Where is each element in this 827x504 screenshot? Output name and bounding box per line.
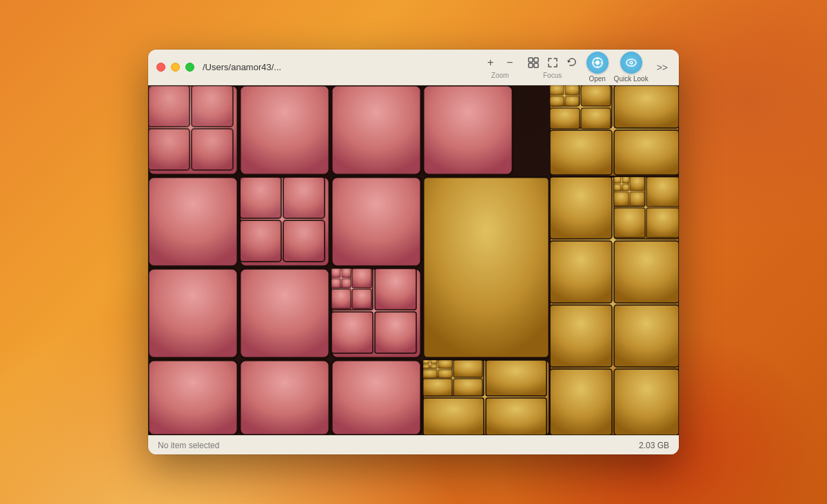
statusbar: No item selected 2.03 GB xyxy=(148,435,679,454)
open-icon xyxy=(586,52,609,74)
svg-rect-88 xyxy=(646,177,679,207)
finder-window: /Users/anamor43/... + − Zoom xyxy=(148,50,679,454)
svg-rect-86 xyxy=(342,279,351,288)
open-label: Open xyxy=(589,75,605,83)
svg-rect-39 xyxy=(614,130,679,175)
traffic-lights xyxy=(156,63,194,72)
svg-rect-22 xyxy=(240,360,329,435)
svg-rect-52 xyxy=(550,241,612,303)
toolbar: + − Zoom xyxy=(479,52,671,83)
content-area xyxy=(148,85,679,435)
svg-rect-95 xyxy=(614,177,621,183)
svg-rect-81 xyxy=(331,289,351,308)
svg-rect-68 xyxy=(438,360,452,368)
svg-point-5 xyxy=(595,61,600,65)
svg-rect-1 xyxy=(534,58,538,62)
fractal-visualization xyxy=(148,85,679,435)
svg-rect-73 xyxy=(423,365,429,368)
svg-rect-76 xyxy=(375,269,416,310)
svg-rect-71 xyxy=(423,360,429,364)
svg-rect-65 xyxy=(423,379,452,396)
svg-rect-45 xyxy=(565,85,579,95)
svg-rect-18 xyxy=(240,269,329,358)
svg-rect-64 xyxy=(453,360,482,377)
svg-rect-94 xyxy=(630,192,644,206)
svg-rect-97 xyxy=(614,185,621,191)
focus-label: Focus xyxy=(543,72,562,79)
svg-rect-78 xyxy=(375,312,416,353)
svg-rect-17 xyxy=(148,269,238,358)
quicklook-button[interactable]: Quick Look xyxy=(614,52,649,83)
svg-rect-89 xyxy=(614,208,645,238)
svg-rect-96 xyxy=(622,177,629,183)
svg-rect-98 xyxy=(622,185,629,191)
expand-button[interactable] xyxy=(545,55,560,70)
svg-rect-30 xyxy=(283,177,325,218)
close-button[interactable] xyxy=(156,63,165,72)
svg-rect-61 xyxy=(423,398,484,435)
quicklook-icon xyxy=(620,52,642,74)
svg-rect-41 xyxy=(581,85,611,106)
zoom-out-button[interactable]: − xyxy=(502,55,518,70)
svg-rect-21 xyxy=(148,360,238,435)
svg-rect-82 xyxy=(352,289,371,308)
svg-rect-66 xyxy=(453,379,482,396)
svg-rect-23 xyxy=(331,360,421,435)
open-button[interactable]: Open xyxy=(586,52,609,83)
svg-rect-3 xyxy=(534,63,538,67)
svg-rect-13 xyxy=(423,85,513,175)
svg-rect-74 xyxy=(431,365,437,368)
svg-rect-60 xyxy=(486,360,547,396)
svg-rect-56 xyxy=(550,369,612,435)
svg-rect-54 xyxy=(550,305,612,367)
svg-rect-53 xyxy=(614,241,679,303)
titlebar: /Users/anamor43/... + − Zoom xyxy=(148,50,679,85)
svg-rect-29 xyxy=(240,177,281,218)
svg-rect-27 xyxy=(148,129,190,170)
svg-rect-11 xyxy=(240,85,329,175)
svg-rect-26 xyxy=(192,85,233,127)
minimize-button[interactable] xyxy=(171,63,180,72)
undo-button[interactable] xyxy=(564,55,580,70)
svg-rect-72 xyxy=(431,360,437,364)
svg-rect-31 xyxy=(240,220,281,262)
svg-rect-12 xyxy=(331,85,421,175)
svg-rect-55 xyxy=(614,305,679,367)
svg-rect-43 xyxy=(581,108,611,129)
svg-rect-85 xyxy=(331,279,340,288)
svg-rect-70 xyxy=(438,370,452,378)
svg-rect-57 xyxy=(614,369,679,435)
zoom-group: + − Zoom xyxy=(483,55,518,79)
svg-rect-38 xyxy=(550,130,612,175)
grid-button[interactable] xyxy=(526,55,541,70)
svg-rect-25 xyxy=(148,85,190,127)
svg-rect-84 xyxy=(342,269,351,277)
quicklook-label: Quick Look xyxy=(614,75,649,83)
svg-rect-16 xyxy=(331,177,421,266)
more-button[interactable]: >> xyxy=(654,59,671,76)
svg-rect-48 xyxy=(423,177,549,358)
svg-rect-46 xyxy=(550,96,564,106)
svg-rect-50 xyxy=(550,177,612,239)
zoom-in-button[interactable]: + xyxy=(483,55,498,70)
path-label: /Users/anamor43/... xyxy=(203,62,281,72)
maximize-button[interactable] xyxy=(185,63,194,72)
svg-point-8 xyxy=(631,62,632,63)
focus-group: Focus xyxy=(526,55,580,79)
svg-rect-2 xyxy=(529,63,533,67)
zoom-icons: + − xyxy=(483,55,518,70)
svg-rect-28 xyxy=(192,129,233,170)
svg-rect-62 xyxy=(486,398,547,435)
storage-size: 2.03 GB xyxy=(639,441,669,450)
svg-rect-83 xyxy=(331,269,340,277)
svg-rect-93 xyxy=(614,192,629,206)
zoom-label: Zoom xyxy=(491,72,509,79)
svg-rect-37 xyxy=(614,85,679,128)
focus-icons xyxy=(526,55,580,70)
svg-rect-90 xyxy=(646,208,679,238)
svg-rect-14 xyxy=(148,177,238,266)
svg-rect-69 xyxy=(423,370,437,378)
svg-rect-32 xyxy=(283,220,325,262)
svg-rect-42 xyxy=(550,108,580,129)
svg-rect-44 xyxy=(550,85,564,95)
